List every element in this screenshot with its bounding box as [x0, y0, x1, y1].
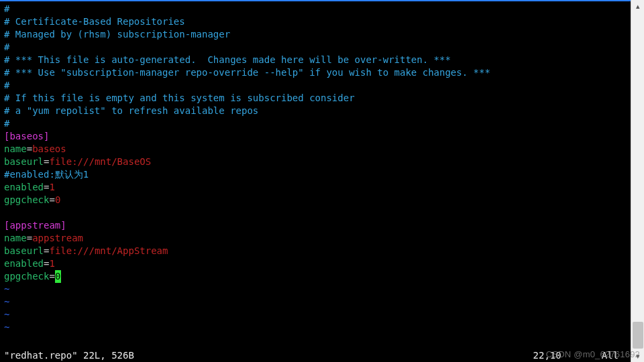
section-name: [baseos]	[4, 131, 49, 141]
kv-key: gpgcheck	[4, 194, 49, 205]
terminal-editor[interactable]: # # Certificate-Based Repositories # Man…	[0, 0, 631, 362]
kv-value: appstream	[32, 233, 83, 243]
kv-key: baseurl	[4, 245, 44, 256]
empty-tilde: ~	[4, 321, 627, 334]
kv-key: enabled	[4, 258, 44, 269]
comment-line: #	[4, 41, 627, 54]
equals-sign: =	[27, 143, 32, 154]
kv-line: enabled=1	[4, 181, 627, 194]
blank-line	[4, 206, 627, 219]
kv-line: baseurl=file:///mnt/AppStream	[4, 245, 627, 257]
comment-line: #	[4, 117, 627, 130]
kv-line-cursor: gpgcheck=0	[4, 270, 627, 283]
comment-line: # Certificate-Based Repositories	[4, 15, 627, 28]
comment-line: #	[4, 3, 627, 15]
comment-line: # If this file is empty and this system …	[4, 92, 627, 105]
vertical-scrollbar[interactable]: ▴ ▾	[631, 0, 644, 362]
empty-tilde: ~	[4, 296, 627, 308]
comment-line: # *** This file is auto-generated. Chang…	[4, 54, 627, 66]
scroll-up-icon[interactable]: ▴	[631, 0, 644, 12]
kv-value: 1	[49, 182, 54, 192]
scroll-down-icon[interactable]: ▾	[631, 350, 644, 362]
status-filename: "redhat.repo" 22L, 526B	[4, 349, 134, 362]
comment-line: # a "yum repolist" to refresh available …	[4, 105, 627, 117]
kv-key: gpgcheck	[4, 271, 49, 282]
kv-value: 0	[55, 194, 60, 205]
kv-line: enabled=1	[4, 257, 627, 270]
kv-key: baseurl	[4, 156, 44, 167]
comment-line: # *** Use "subscription-manager repo-ove…	[4, 66, 627, 79]
empty-tilde: ~	[4, 308, 627, 321]
kv-value: baseos	[32, 143, 66, 154]
kv-value: file:///mnt/BaseOS	[49, 156, 151, 167]
section-name: [appstream]	[4, 220, 66, 231]
status-position: 22,10	[533, 349, 561, 362]
comment-line: #	[4, 79, 627, 92]
status-percent: All	[602, 349, 619, 362]
comment-line: #enabled:默认为1	[4, 168, 627, 181]
section-header: [appstream]	[4, 219, 627, 232]
kv-key: name	[4, 143, 27, 154]
kv-key: enabled	[4, 182, 44, 192]
kv-value: 1	[49, 258, 54, 269]
kv-key: name	[4, 233, 27, 243]
kv-line: gpgcheck=0	[4, 194, 627, 206]
section-header: [baseos]	[4, 130, 627, 143]
vim-status-line: "redhat.repo" 22L, 526B 22,10 All	[0, 349, 631, 362]
equals-sign: =	[49, 194, 54, 205]
cursor: 0	[55, 270, 61, 283]
equals-sign: =	[27, 233, 32, 243]
kv-value: file:///mnt/AppStream	[49, 245, 168, 256]
kv-line: name=appstream	[4, 232, 627, 245]
window: # # Certificate-Based Repositories # Man…	[0, 0, 644, 362]
scrollbar-thumb[interactable]	[633, 322, 643, 349]
empty-tilde: ~	[4, 283, 627, 296]
comment-line: # Managed by (rhsm) subscription-manager	[4, 28, 627, 41]
equals-sign: =	[49, 271, 54, 282]
kv-line: baseurl=file:///mnt/BaseOS	[4, 156, 627, 168]
kv-line: name=baseos	[4, 143, 627, 156]
